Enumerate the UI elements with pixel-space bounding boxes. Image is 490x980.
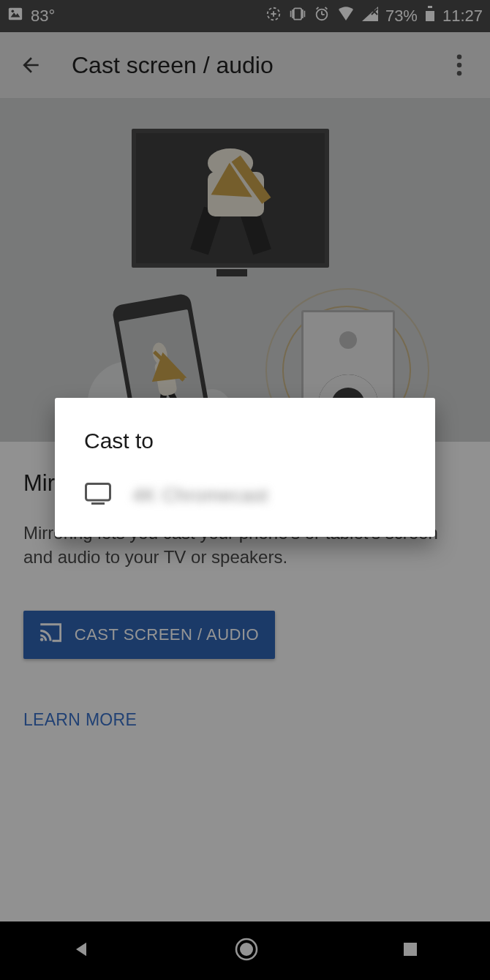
dialog-title: Cast to <box>55 398 435 470</box>
tv-icon <box>84 483 112 508</box>
svg-rect-30 <box>86 484 110 501</box>
cast-to-dialog: Cast to 4K Chromecast <box>55 398 435 537</box>
cast-device-name: 4K Chromecast <box>132 484 268 507</box>
cast-device-item[interactable]: 4K Chromecast <box>55 470 435 537</box>
